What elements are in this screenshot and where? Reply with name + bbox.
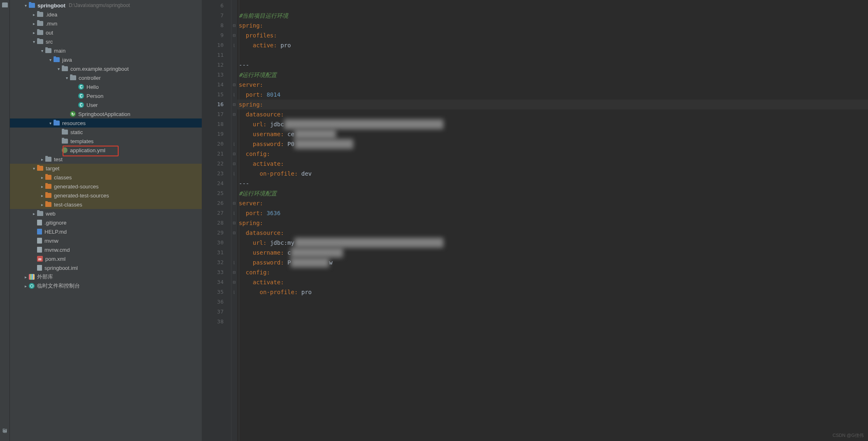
tree-item-user[interactable]: C User bbox=[10, 100, 202, 109]
fold-marker[interactable]: ⊟ bbox=[231, 149, 237, 159]
code-line[interactable] bbox=[237, 50, 868, 60]
tree-item-test[interactable]: test bbox=[10, 155, 202, 164]
fold-marker[interactable]: ⊟ bbox=[231, 159, 237, 169]
line-number[interactable]: 37 bbox=[202, 307, 224, 317]
chevron-right-icon[interactable] bbox=[30, 211, 37, 216]
line-number[interactable]: 29 bbox=[202, 228, 224, 238]
line-number[interactable]: 12 bbox=[202, 60, 224, 70]
tree-item-out[interactable]: out bbox=[10, 28, 202, 37]
fold-marker[interactable]: ⌊ bbox=[231, 258, 237, 267]
line-number[interactable]: 6 bbox=[202, 1, 224, 11]
line-number[interactable]: 10 bbox=[202, 40, 224, 50]
fold-marker[interactable]: ⊟ bbox=[231, 100, 237, 109]
line-number[interactable]: 34 bbox=[202, 277, 224, 287]
line-number[interactable]: 27 bbox=[202, 208, 224, 218]
tree-item-test-classes[interactable]: test-classes bbox=[10, 200, 202, 209]
chevron-right-icon[interactable] bbox=[39, 193, 45, 198]
line-number[interactable]: 16 bbox=[202, 100, 224, 109]
tree-item-package[interactable]: com.example.springboot bbox=[10, 64, 202, 73]
chevron-right-icon[interactable] bbox=[39, 184, 45, 189]
code-line[interactable]: password: P0 bbox=[237, 139, 868, 149]
line-number[interactable]: 21 bbox=[202, 149, 224, 159]
chevron-right-icon[interactable] bbox=[30, 21, 37, 26]
code-line[interactable]: url: jdbc bbox=[237, 119, 868, 129]
tree-item-help[interactable]: HELP.md bbox=[10, 227, 202, 236]
code-line[interactable]: --- bbox=[237, 60, 868, 70]
chevron-right-icon[interactable] bbox=[39, 175, 45, 180]
chevron-right-icon[interactable] bbox=[39, 157, 45, 162]
chevron-down-icon[interactable] bbox=[47, 58, 54, 62]
fold-marker[interactable]: ⊟ bbox=[231, 109, 237, 119]
line-number[interactable]: 20 bbox=[202, 139, 224, 149]
tree-item-classes[interactable]: classes bbox=[10, 173, 202, 182]
line-number[interactable]: 23 bbox=[202, 169, 224, 179]
code-line[interactable]: activate: bbox=[237, 277, 868, 287]
code-line[interactable]: server: bbox=[237, 198, 868, 208]
fold-marker[interactable]: ⌊ bbox=[231, 208, 237, 218]
line-number[interactable]: 19 bbox=[202, 129, 224, 139]
code-line[interactable]: on-profile: dev bbox=[237, 169, 868, 179]
code-line[interactable]: active: pro bbox=[237, 40, 868, 50]
line-number[interactable]: 33 bbox=[202, 267, 224, 277]
tree-item-mvnw-cmd[interactable]: mvnw.cmd bbox=[10, 245, 202, 254]
code-editor[interactable]: 6789101112131415161718192021222324252627… bbox=[202, 0, 868, 441]
code-line[interactable]: datasource: bbox=[237, 228, 868, 238]
project-tree[interactable]: springboot D:\Java\xiangmu\springboot .i… bbox=[10, 0, 202, 441]
tree-item-mvn[interactable]: .mvn bbox=[10, 19, 202, 28]
chevron-down-icon[interactable] bbox=[63, 76, 70, 80]
tree-item-static[interactable]: static bbox=[10, 128, 202, 137]
fold-marker[interactable]: ⊟ bbox=[231, 80, 237, 90]
code-line[interactable]: config: bbox=[237, 267, 868, 277]
fold-gutter[interactable]: ⊟⊟⌊⊟⌊⊟⊟⌊⊟⊟⌊⊟⌊⊟⊟⌊⊟⊟⌊ bbox=[231, 0, 237, 441]
chevron-down-icon[interactable] bbox=[30, 166, 37, 171]
tree-item-scratches[interactable]: 临时文件和控制台 bbox=[10, 281, 202, 290]
line-number[interactable]: 31 bbox=[202, 248, 224, 258]
code-line[interactable]: on-profile: pro bbox=[237, 287, 868, 297]
tree-item-templates[interactable]: templates bbox=[10, 137, 202, 146]
tool-window-bar-left[interactable]: 结构 bbox=[0, 0, 10, 441]
code-line[interactable] bbox=[237, 307, 868, 317]
line-number[interactable]: 32 bbox=[202, 258, 224, 267]
fold-marker[interactable]: ⊟ bbox=[231, 267, 237, 277]
code-line[interactable] bbox=[237, 317, 868, 327]
chevron-down-icon[interactable] bbox=[55, 67, 62, 71]
tree-item-app-class[interactable]: ↻ SpringbootApplication bbox=[10, 109, 202, 118]
line-number[interactable]: 25 bbox=[202, 188, 224, 198]
fold-marker[interactable]: ⊟ bbox=[231, 21, 237, 30]
tree-item-application-yml[interactable]: application.yml bbox=[10, 146, 202, 155]
chevron-right-icon[interactable] bbox=[22, 275, 29, 279]
chevron-right-icon[interactable] bbox=[22, 284, 29, 288]
code-line[interactable]: username: ce bbox=[237, 129, 868, 139]
tree-item-hello[interactable]: C Hello bbox=[10, 82, 202, 91]
line-number[interactable]: 35 bbox=[202, 287, 224, 297]
code-line[interactable]: datasource: bbox=[237, 109, 868, 119]
fold-marker[interactable]: ⌊ bbox=[231, 90, 237, 100]
tree-item-gitignore[interactable]: .gitignore bbox=[10, 218, 202, 227]
code-line[interactable]: port: 8014 bbox=[237, 90, 868, 100]
code-line[interactable]: spring: bbox=[237, 21, 868, 30]
line-number[interactable]: 24 bbox=[202, 179, 224, 188]
fold-marker[interactable]: ⊟ bbox=[231, 30, 237, 40]
chevron-right-icon[interactable] bbox=[30, 12, 37, 17]
line-number-gutter[interactable]: 6789101112131415161718192021222324252627… bbox=[202, 0, 231, 441]
line-number[interactable]: 30 bbox=[202, 238, 224, 248]
code-line[interactable]: --- bbox=[237, 179, 868, 188]
chevron-down-icon[interactable] bbox=[30, 39, 37, 44]
code-line[interactable]: #运行环境配置 bbox=[237, 188, 868, 198]
code-line[interactable]: #当前项目运行环境 bbox=[237, 11, 868, 21]
fold-marker[interactable]: ⌊ bbox=[231, 169, 237, 179]
chevron-right-icon[interactable] bbox=[39, 202, 45, 207]
tree-item-gen-test-sources[interactable]: generated-test-sources bbox=[10, 191, 202, 200]
fold-marker[interactable]: ⊟ bbox=[231, 277, 237, 287]
line-number[interactable]: 7 bbox=[202, 11, 224, 21]
line-number[interactable]: 18 bbox=[202, 119, 224, 129]
line-number[interactable]: 17 bbox=[202, 109, 224, 119]
chevron-down-icon[interactable] bbox=[47, 121, 54, 125]
code-line[interactable]: spring: bbox=[237, 218, 868, 228]
tree-item-ext-libs[interactable]: 外部库 bbox=[10, 272, 202, 281]
fold-marker[interactable]: ⌊ bbox=[231, 139, 237, 149]
chevron-right-icon[interactable] bbox=[30, 30, 37, 35]
line-number[interactable]: 26 bbox=[202, 198, 224, 208]
code-line[interactable]: server: bbox=[237, 80, 868, 90]
project-tool-icon[interactable] bbox=[2, 2, 8, 7]
